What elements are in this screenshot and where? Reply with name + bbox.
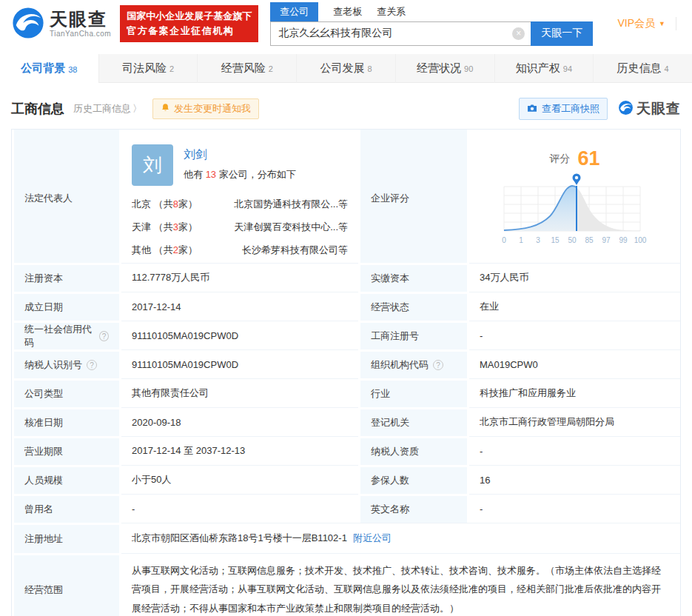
score-axis-labels: 0 1 3 15 50 85 97 99 100 [502,236,647,244]
top-header: 天眼查 TianYanCha.com 国家中小企业发展子基金旗下 官方备案企业征… [0,0,692,47]
vip-menu[interactable]: VIP会员 ▼ [618,17,677,30]
table-row: 统一社会信用代码? 91110105MA019CPW0D 工商注册号 - [12,321,680,349]
tab-company-background[interactable]: 公司背景38 [0,54,99,83]
field-value: 在业 [469,292,680,321]
certification-badge: 国家中小企业发展子基金旗下 官方备案企业征信机构 [120,5,258,42]
search-tab-relation[interactable]: 查关系 [377,2,406,21]
logo-title: 天眼查 [50,10,111,28]
company-nav-tabs: 公司背景38 司法风险2 经营风险2 公司发展8 经营状况90 知识产权94 历… [0,54,692,83]
help-icon[interactable]: ? [433,360,443,370]
caret-down-icon: ▼ [659,20,665,27]
search-tab-company[interactable]: 查公司 [270,2,318,21]
field-label: 纳税人资质 [360,436,467,465]
field-value: 91110105MA019CPW0D [121,321,358,349]
field-value: 2017-12-14 至 2037-12-13 [121,436,358,465]
field-label: 公司类型 [14,378,119,407]
svg-text:85: 85 [585,236,594,244]
svg-text:3: 3 [536,236,540,244]
field-label: 参保人数 [360,465,467,494]
scope-label: 经营范围 [14,553,119,616]
company-distribution-list: 北京 （共8家） 北京国势通科技有限公...等 天津 （共3家） 天津创翼百变科… [132,198,348,267]
field-label: 行业 [360,378,467,407]
notify-on-change-button[interactable]: 发生变更时通知我 [152,98,259,119]
distribution-company-link[interactable]: 天津创翼百变科技中心...等 [234,221,348,234]
nearby-companies-link[interactable]: 附近公司 [353,532,392,545]
table-row: 成立日期 2017-12-14 经营状态 在业 [12,292,680,321]
table-row: 注册资本 112.7778万人民币 实缴资本 34万人民币 [12,263,680,292]
tab-operating-status[interactable]: 经营状况90 [396,54,495,83]
field-value: - [469,321,680,349]
svg-text:97: 97 [602,236,611,244]
score-value: 61 [577,147,599,170]
scope-value: 从事互联网文化活动；互联网信息服务；技术开发、技术推广、技术转让、技术咨询、技术… [121,553,680,616]
tianyancha-logo[interactable]: 天眼查 TianYanCha.com [11,6,111,42]
help-icon[interactable]: ? [99,331,109,341]
watermark-text: 天眼查 [636,99,681,118]
field-value: 2020-09-18 [121,407,358,436]
company-score-value: 评分 61 [469,130,680,267]
table-row: 经营范围 从事互联网文化活动；互联网信息服务；技术开发、技术推广、技术转让、技术… [12,553,680,616]
address-label: 注册地址 [14,523,119,553]
table-row: 注册地址 北京市朝阳区酒仙桥东路18号1号楼十一层B1102-1 附近公司 [12,523,680,553]
bell-icon [161,103,170,115]
field-value: - [469,494,680,523]
tab-operating-risk[interactable]: 经营风险2 [198,54,297,83]
svg-text:100: 100 [634,236,646,244]
avatar[interactable]: 刘 [132,144,173,186]
help-icon[interactable]: ? [87,360,97,370]
search-block: 查公司 查老板 查关系 × 天眼一下 [270,2,593,46]
table-row: 纳税人识别号? 91110105MA019CPW0D 组织机构代码? MA019… [12,349,680,378]
svg-text:99: 99 [619,236,628,244]
list-item: 其他 （共2家） 长沙希芽科技有限公司等 [132,244,348,257]
tianyancha-logo-icon [11,6,45,42]
company-score-label: 企业评分 [360,130,467,267]
legal-rep-label: 法定代表人 [14,130,119,267]
section-title: 工商信息 [11,100,64,118]
tianyancha-watermark-icon [618,100,634,118]
field-label: 统一社会信用代码? [14,321,119,349]
legal-rep-name-link[interactable]: 刘剑 [184,147,296,163]
search-button[interactable]: 天眼一下 [531,21,593,46]
distribution-company-link[interactable]: 长沙希芽科技有限公司等 [242,244,348,257]
field-label: 经营状态 [360,292,467,321]
field-value: - [121,494,358,523]
field-value: 91110105MA019CPW0D [121,349,358,378]
field-label: 人员规模 [14,465,119,494]
field-label: 纳税人识别号? [14,349,119,378]
field-label: 英文名称 [360,494,467,523]
field-label: 成立日期 [14,292,119,321]
logo-subtitle: TianYanCha.com [50,30,111,38]
business-info-table: 法定代表人 刘 刘剑 他有 13 家公司，分布如下 北京 （共8家） 北京国势通… [11,129,681,616]
camera-icon [527,104,537,115]
tab-history-info[interactable]: 历史信息4 [594,54,692,83]
field-label: 营业期限 [14,436,119,465]
search-tab-boss[interactable]: 查老板 [333,2,362,21]
view-business-snapshot-button[interactable]: 查看工商快照 [519,98,608,120]
score-prefix: 评分 [549,153,570,166]
legal-rep-value: 刘 刘剑 他有 13 家公司，分布如下 北京 （共8家） 北京国势通科技有限公.… [121,130,358,267]
tab-judicial-risk[interactable]: 司法风险2 [99,54,198,83]
tab-intellectual-property[interactable]: 知识产权94 [495,54,594,83]
field-value: MA019CPW0 [469,349,680,378]
field-value: 16 [469,465,680,494]
field-value: 小于50人 [121,465,358,494]
badge-line1: 国家中小企业发展子基金旗下 [127,9,252,24]
history-business-info-link[interactable]: 历史工商信息 〉 [73,102,142,116]
svg-text:0: 0 [502,236,506,244]
field-label: 组织机构代码? [360,349,467,378]
distribution-company-link[interactable]: 北京国势通科技有限公...等 [234,198,348,211]
table-row: 人员规模 小于50人 参保人数 16 [12,465,680,494]
field-value: 34万人民币 [469,263,680,292]
table-row: 曾用名 - 英文名称 - [12,494,680,523]
tab-company-development[interactable]: 公司发展8 [297,54,396,83]
field-value: - [469,436,680,465]
field-label: 注册资本 [14,263,119,292]
field-label: 实缴资本 [360,263,467,292]
chevron-right-icon: 〉 [132,102,142,116]
field-label: 工商注册号 [360,321,467,349]
field-value: 其他有限责任公司 [121,378,358,407]
business-info-section-bar: 工商信息 历史工商信息 〉 发生变更时通知我 查看工商快照 天眼查 [11,98,681,120]
field-label: 曾用名 [14,494,119,523]
search-input[interactable] [270,21,531,46]
clear-icon[interactable]: × [512,27,525,40]
